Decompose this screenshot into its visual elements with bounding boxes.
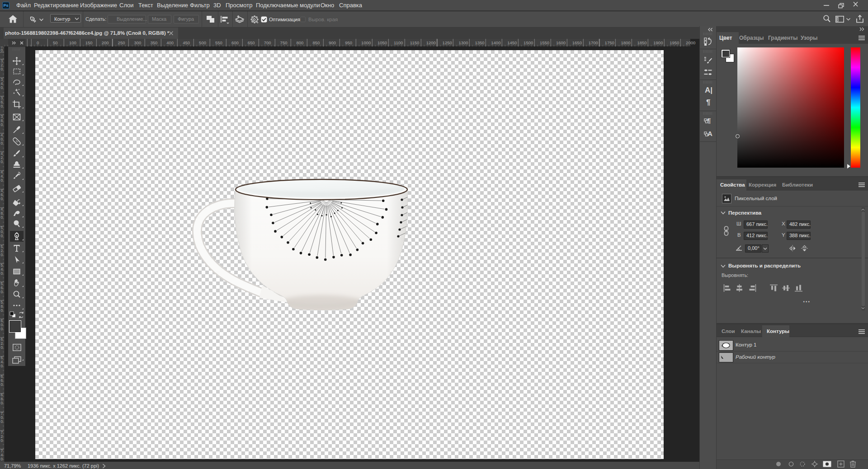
svg-text:A: A [708,130,712,137]
